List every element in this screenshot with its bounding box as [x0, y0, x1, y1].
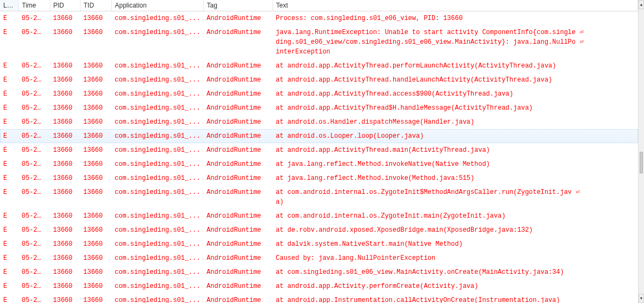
table-row[interactable]: E05-2…1366013660com.singleding.s01_...An…	[0, 185, 638, 209]
table-row[interactable]: E05-2…1366013660com.singleding.s01_...An…	[0, 157, 638, 171]
scroll-down-button[interactable]: ▼	[639, 294, 644, 303]
cell-time: 05-2…	[18, 279, 50, 293]
logcat-panel: Le… Time PID TID Application Tag Text E0…	[0, 0, 638, 303]
cell-tid: 13660	[80, 129, 111, 143]
cell-app: com.singleding.s01_...	[111, 265, 203, 279]
cell-text: at com.singleding.s01_e06_view.MainActiv…	[273, 265, 638, 279]
cell-app: com.singleding.s01_...	[111, 101, 203, 115]
table-row[interactable]: E05-2…1366013660com.singleding.s01_...An…	[0, 25, 638, 59]
cell-pid: 13660	[50, 185, 80, 209]
table-row[interactable]: E05-2…1366013660com.singleding.s01_...An…	[0, 129, 638, 143]
cell-pid: 13660	[50, 73, 80, 87]
cell-level: E	[0, 209, 18, 223]
col-level[interactable]: Le…	[0, 0, 18, 11]
cell-time: 05-2…	[18, 171, 50, 185]
table-row[interactable]: E05-2…1366013660com.singleding.s01_...An…	[0, 59, 638, 73]
cell-pid: 13660	[50, 143, 80, 157]
cell-text: Process: com.singleding.s01_e06_view, PI…	[273, 11, 638, 26]
cell-tag: AndroidRuntime	[203, 223, 273, 237]
cell-tag: AndroidRuntime	[203, 59, 273, 73]
table-row[interactable]: E05-2…1366013660com.singleding.s01_...An…	[0, 237, 638, 251]
cell-tid: 13660	[80, 101, 111, 115]
cell-tag: AndroidRuntime	[203, 115, 273, 129]
cell-tid: 13660	[80, 115, 111, 129]
cell-time: 05-2…	[18, 101, 50, 115]
cell-time: 05-2…	[18, 251, 50, 265]
table-row[interactable]: E05-2…1366013660com.singleding.s01_...An…	[0, 73, 638, 87]
cell-app: com.singleding.s01_...	[111, 11, 203, 26]
cell-app: com.singleding.s01_...	[111, 237, 203, 251]
table-row[interactable]: E05-2…1366013660com.singleding.s01_...An…	[0, 223, 638, 237]
cell-pid: 13660	[50, 101, 80, 115]
table-row[interactable]: E05-2…1366013660com.singleding.s01_...An…	[0, 293, 638, 303]
scroll-thumb[interactable]	[640, 152, 643, 173]
cell-app: com.singleding.s01_...	[111, 115, 203, 129]
cell-tid: 13660	[80, 11, 111, 26]
cell-level: E	[0, 25, 18, 59]
cell-level: E	[0, 129, 18, 143]
cell-tag: AndroidRuntime	[203, 209, 273, 223]
vertical-scrollbar[interactable]: ▲ ▼	[638, 0, 644, 303]
col-application[interactable]: Application	[111, 0, 203, 11]
cell-time: 05-2…	[18, 129, 50, 143]
cell-text: at com.android.internal.os.ZygoteInit.ma…	[273, 209, 638, 223]
cell-tag: AndroidRuntime	[203, 279, 273, 293]
cell-app: com.singleding.s01_...	[111, 87, 203, 101]
cell-pid: 13660	[50, 59, 80, 73]
cell-pid: 13660	[50, 293, 80, 303]
cell-level: E	[0, 279, 18, 293]
table-row[interactable]: E05-2…1366013660com.singleding.s01_...An…	[0, 11, 638, 26]
cell-tag: AndroidRuntime	[203, 237, 273, 251]
col-pid[interactable]: PID	[50, 0, 80, 11]
table-row[interactable]: E05-2…1366013660com.singleding.s01_...An…	[0, 279, 638, 293]
cell-text: at java.lang.reflect.Method.invokeNative…	[273, 157, 638, 171]
cell-level: E	[0, 115, 18, 129]
table-row[interactable]: E05-2…1366013660com.singleding.s01_...An…	[0, 143, 638, 157]
table-row[interactable]: E05-2…1366013660com.singleding.s01_...An…	[0, 115, 638, 129]
table-row[interactable]: E05-2…1366013660com.singleding.s01_...An…	[0, 171, 638, 185]
cell-pid: 13660	[50, 171, 80, 185]
cell-pid: 13660	[50, 209, 80, 223]
table-row[interactable]: E05-2…1366013660com.singleding.s01_...An…	[0, 251, 638, 265]
scroll-up-button[interactable]: ▲	[639, 0, 644, 9]
col-tag[interactable]: Tag	[203, 0, 273, 11]
cell-tag: AndroidRuntime	[203, 11, 273, 26]
cell-level: E	[0, 143, 18, 157]
table-row[interactable]: E05-2…1366013660com.singleding.s01_...An…	[0, 87, 638, 101]
table-row[interactable]: E05-2…1366013660com.singleding.s01_...An…	[0, 101, 638, 115]
cell-tid: 13660	[80, 73, 111, 87]
cell-text: at android.app.ActivityThread.main(Activ…	[273, 143, 638, 157]
cell-app: com.singleding.s01_...	[111, 293, 203, 303]
cell-tid: 13660	[80, 143, 111, 157]
cell-pid: 13660	[50, 157, 80, 171]
cell-app: com.singleding.s01_...	[111, 129, 203, 143]
cell-time: 05-2…	[18, 143, 50, 157]
cell-level: E	[0, 251, 18, 265]
col-text[interactable]: Text	[273, 0, 638, 11]
cell-tag: AndroidRuntime	[203, 73, 273, 87]
cell-time: 05-2…	[18, 237, 50, 251]
table-row[interactable]: E05-2…1366013660com.singleding.s01_...An…	[0, 265, 638, 279]
cell-level: E	[0, 157, 18, 171]
cell-text: at dalvik.system.NativeStart.main(Native…	[273, 237, 638, 251]
cell-tid: 13660	[80, 185, 111, 209]
cell-time: 05-2…	[18, 293, 50, 303]
cell-pid: 13660	[50, 223, 80, 237]
cell-app: com.singleding.s01_...	[111, 59, 203, 73]
cell-level: E	[0, 171, 18, 185]
col-tid[interactable]: TID	[80, 0, 111, 11]
cell-time: 05-2…	[18, 25, 50, 59]
cell-tag: AndroidRuntime	[203, 171, 273, 185]
cell-tag: AndroidRuntime	[203, 101, 273, 115]
cell-tid: 13660	[80, 171, 111, 185]
col-time[interactable]: Time	[18, 0, 50, 11]
cell-pid: 13660	[50, 25, 80, 59]
cell-tid: 13660	[80, 25, 111, 59]
cell-text: at de.robv.android.xposed.XposedBridge.m…	[273, 223, 638, 237]
scroll-track[interactable]	[639, 9, 644, 294]
cell-text: at android.app.ActivityThread.performLau…	[273, 59, 638, 73]
cell-tag: AndroidRuntime	[203, 251, 273, 265]
cell-level: E	[0, 73, 18, 87]
cell-app: com.singleding.s01_...	[111, 171, 203, 185]
table-row[interactable]: E05-2…1366013660com.singleding.s01_...An…	[0, 209, 638, 223]
